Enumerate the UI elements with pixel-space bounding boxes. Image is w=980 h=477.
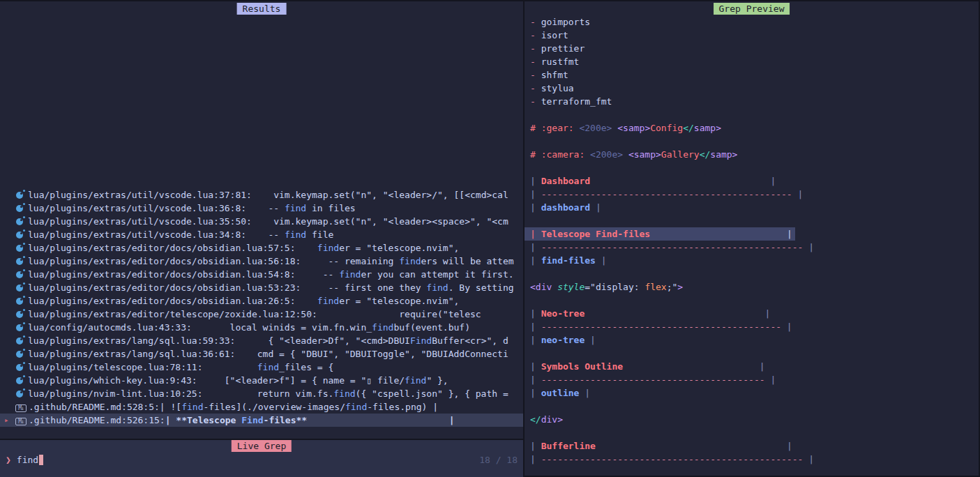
selection-pointer-icon: ▸ xyxy=(4,414,9,427)
result-row[interactable]: lua/plugins/extras/lang/sql.lua:36:61: c… xyxy=(0,347,523,361)
result-row[interactable]: lua/plugins/nvim-lint.lua:10:25: return … xyxy=(0,387,523,400)
text-segment: find xyxy=(399,256,421,266)
markdown-file-icon: M↓ xyxy=(15,404,27,412)
result-row[interactable]: M↓.github/README.md:528:5:| ![find-files… xyxy=(0,400,523,414)
text-segment: -- first one they xyxy=(301,282,426,293)
result-text: .github/README.md:526:15:| **Telescope F… xyxy=(29,414,455,427)
text-segment: | xyxy=(307,415,454,425)
text-segment: lua/plugins/telescope.lua:78:11: xyxy=(28,362,202,372)
text-segment: | xyxy=(770,176,776,186)
preview-line: - shfmt xyxy=(525,68,571,82)
text-segment: Config xyxy=(650,123,683,133)
lua-file-icon xyxy=(15,255,25,268)
text-segment: ers will be attem xyxy=(421,256,514,266)
text-segment: dashboard xyxy=(541,202,590,213)
text-segment: | xyxy=(792,189,804,199)
text-segment: lua/plugins/extras/util/vscode.lua:37:81… xyxy=(28,190,252,200)
text-segment xyxy=(296,296,317,306)
preview-line xyxy=(525,108,533,121)
result-row[interactable]: lua/plugins/extras/editor/docs/obsidian.… xyxy=(0,255,523,268)
text-segment xyxy=(202,362,257,372)
result-text: lua/plugins/extras/util/vscode.lua:35:50… xyxy=(28,215,508,228)
text-segment: | xyxy=(530,229,541,239)
text-segment: | xyxy=(530,454,541,464)
lua-file-icon xyxy=(15,202,25,215)
preview-line: | Bufferline | xyxy=(525,439,795,453)
lua-file-icon xyxy=(15,281,25,294)
text-segment: -- xyxy=(296,269,340,280)
results-list: lua/plugins/extras/util/vscode.lua:37:81… xyxy=(0,188,523,427)
text-segment xyxy=(296,243,317,253)
live-grep-title: Live Grep xyxy=(232,440,292,452)
result-text: lua/plugins/extras/editor/docs/obsidian.… xyxy=(28,281,514,294)
lua-file-icon xyxy=(15,347,25,361)
result-row[interactable]: lua/plugins/extras/editor/docs/obsidian.… xyxy=(0,281,523,294)
text-segment: find xyxy=(285,203,306,213)
text-segment: Telescope Find-files xyxy=(541,229,651,239)
preview-line: | Neo-tree | xyxy=(525,307,773,320)
result-row[interactable]: lua/plugins/extras/util/vscode.lua:36:8:… xyxy=(0,202,523,215)
result-row[interactable]: lua/plugins/extras/util/vscode.lua:35:50… xyxy=(0,215,523,228)
text-segment: lua/plugins/extras/editor/docs/obsidian.… xyxy=(28,243,296,253)
text-segment: - xyxy=(530,96,541,107)
text-segment: find xyxy=(317,243,339,253)
lua-file-icon xyxy=(15,361,25,374)
text-segment: div> xyxy=(541,414,563,425)
text-segment: | xyxy=(803,242,814,252)
text-segment: | xyxy=(530,255,541,266)
text-segment: find xyxy=(339,269,361,280)
text-segment: find xyxy=(426,282,448,293)
text-segment: { "<leader>Df", "<cmd>DBUI xyxy=(235,335,409,346)
text-segment: lua/plugins/which-key.lua:9:43: xyxy=(28,375,197,386)
text-segment: | xyxy=(579,388,590,398)
preview-line: <div style="display: flex;"> xyxy=(525,280,686,294)
preview-line: - rustfmt xyxy=(525,55,582,68)
text-segment: rustfmt xyxy=(541,56,580,67)
text-segment: -- xyxy=(246,229,285,240)
result-row[interactable]: lua/plugins/extras/editor/telescope/zoxi… xyxy=(0,308,523,321)
text-segment: <200e> xyxy=(590,149,623,160)
text-segment: - xyxy=(530,17,541,27)
result-row[interactable]: lua/plugins/extras/lang/sql.lua:59:33: {… xyxy=(0,334,523,347)
result-row[interactable]: lua/config/autocmds.lua:43:33: local win… xyxy=(0,321,523,334)
text-segment: </ xyxy=(530,414,541,425)
telescope-results-panel: Results lua/plugins/extras/util/vscode.l… xyxy=(0,1,523,439)
preview-line: # :camera: <200e> <samp>Gallery</samp> xyxy=(525,148,740,161)
result-row[interactable]: lua/plugins/extras/editor/docs/obsidian.… xyxy=(0,268,523,281)
preview-line: | Symbols Outline | xyxy=(525,360,768,373)
preview-line xyxy=(525,135,533,148)
preview-line: - prettier xyxy=(525,42,587,55)
text-segment: terraform_fmt xyxy=(541,96,612,107)
text-segment: _files = { xyxy=(279,362,333,372)
text-segment: # :gear: xyxy=(530,123,579,133)
lua-file-icon xyxy=(15,215,25,228)
preview-line: | --------------------------------------… xyxy=(525,241,817,254)
text-segment: vim.keymap.set("n", "<leader>/", [[<cmd>… xyxy=(252,190,508,200)
result-row[interactable]: lua/plugins/extras/util/vscode.lua:34:8:… xyxy=(0,228,523,241)
result-row[interactable]: lua/plugins/which-key.lua:9:43: ["<leade… xyxy=(0,374,523,387)
lua-file-icon xyxy=(15,188,25,202)
result-row-selected[interactable]: ▸M↓.github/README.md:526:15:| **Telescop… xyxy=(0,414,523,427)
result-text: lua/plugins/extras/editor/docs/obsidian.… xyxy=(28,268,514,281)
text-segment: - xyxy=(530,70,541,80)
text-segment: find xyxy=(317,296,339,306)
search-input[interactable]: find xyxy=(17,453,38,467)
lua-file-icon xyxy=(15,374,25,387)
text-segment: -- xyxy=(246,203,285,213)
preview-line: | dashboard | xyxy=(525,201,604,214)
result-row[interactable]: lua/plugins/extras/util/vscode.lua:37:81… xyxy=(0,188,523,202)
result-row[interactable]: lua/plugins/extras/editor/docs/obsidian.… xyxy=(0,294,523,308)
text-segment: | xyxy=(596,255,607,266)
prompt-line[interactable]: ❯find 18 / 18 xyxy=(0,453,523,467)
result-text: lua/plugins/extras/editor/docs/obsidian.… xyxy=(28,255,514,268)
text-segment: ({ "cspell.json" }, { path = xyxy=(356,388,508,399)
text-segment: | xyxy=(590,202,601,213)
preview-line: | Dashboard | xyxy=(525,174,778,188)
text-segment: | xyxy=(530,176,541,186)
text-segment: -files.png) | xyxy=(367,402,438,412)
text-segment xyxy=(650,229,787,239)
text-segment: Neo-tree xyxy=(541,308,585,319)
text-segment: find xyxy=(257,362,279,372)
result-row[interactable]: lua/plugins/extras/editor/docs/obsidian.… xyxy=(0,241,523,255)
result-row[interactable]: lua/plugins/telescope.lua:78:11: find_fi… xyxy=(0,361,523,374)
